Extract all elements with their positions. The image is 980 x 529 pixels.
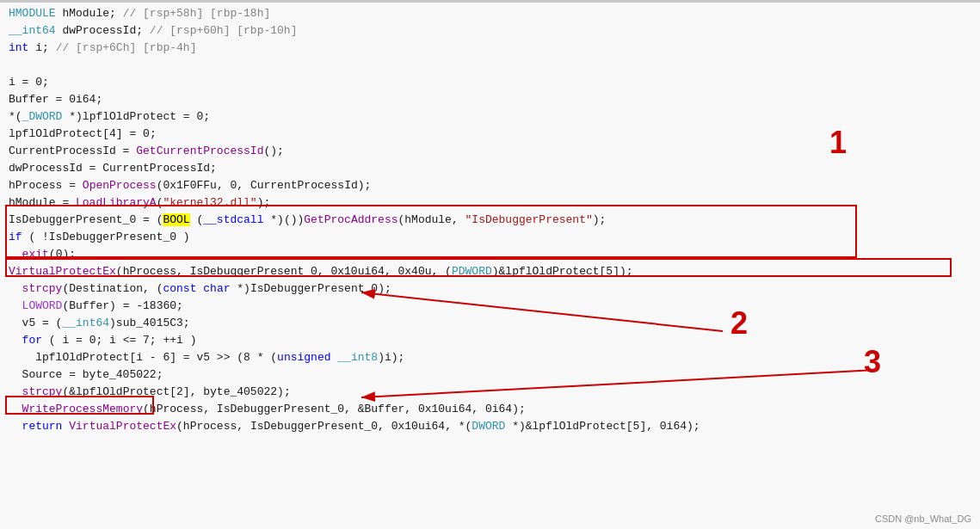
code-line-24: WriteProcessMemory(hProcess, IsDebuggerP… [9, 401, 971, 418]
code-line-6: Buffer = 0i64; [9, 91, 971, 108]
code-line-8: lpflOldProtect[4] = 0; [9, 126, 971, 143]
code-line-17: strcpy(Destination, (const char *)IsDebu… [9, 280, 971, 298]
code-line-19: v5 = (__int64)sub_4015C3; [9, 315, 971, 332]
code-line-22: Source = byte_405022; [9, 366, 971, 384]
code-line-18: LOWORD(Buffer) = -18360; [9, 298, 971, 315]
code-line-10: dwProcessId = CurrentProcessId; [9, 160, 971, 177]
code-line-11: hProcess = OpenProcess(0x1F0FFu, 0, Curr… [9, 177, 971, 194]
code-line-15: exit(0); [9, 246, 971, 263]
code-line-21: lpflOldProtect[i - 6] = v5 >> (8 * (unsi… [9, 349, 971, 366]
code-line-16: VirtualProtectEx(hProcess, IsDebuggerPre… [9, 263, 971, 280]
code-line-13: IsDebuggerPresent_0 = (BOOL (__stdcall *… [9, 212, 971, 229]
code-line-23: strcpy(&lpflOldProtect[2], byte_405022); [9, 384, 971, 401]
code-line-25: return VirtualProtectEx(hProcess, IsDebu… [9, 418, 971, 435]
code-line-1: HMODULE hModule; // [rsp+58h] [rbp-18h] [9, 5, 971, 22]
code-line-9: CurrentProcessId = GetCurrentProcessId()… [9, 143, 971, 160]
code-line-2: __int64 dwProcessId; // [rsp+60h] [rbp-1… [9, 22, 971, 40]
code-line-12: hModule = LoadLibraryA("kernel32.dll"); [9, 194, 971, 212]
code-line-7: *(_DWORD *)lpflOldProtect = 0; [9, 108, 971, 126]
code-line-4 [9, 57, 971, 74]
code-line-5: i = 0; [9, 74, 971, 91]
code-area: HMODULE hModule; // [rsp+58h] [rbp-18h] … [0, 0, 980, 529]
code-line-20: for ( i = 0; i <= 7; ++i ) [9, 332, 971, 349]
watermark: CSDN @nb_What_DG [875, 514, 971, 524]
code-line-14: if ( !IsDebuggerPresent_0 ) [9, 229, 971, 246]
code-line-3: int i; // [rsp+6Ch] [rbp-4h] [9, 40, 971, 57]
